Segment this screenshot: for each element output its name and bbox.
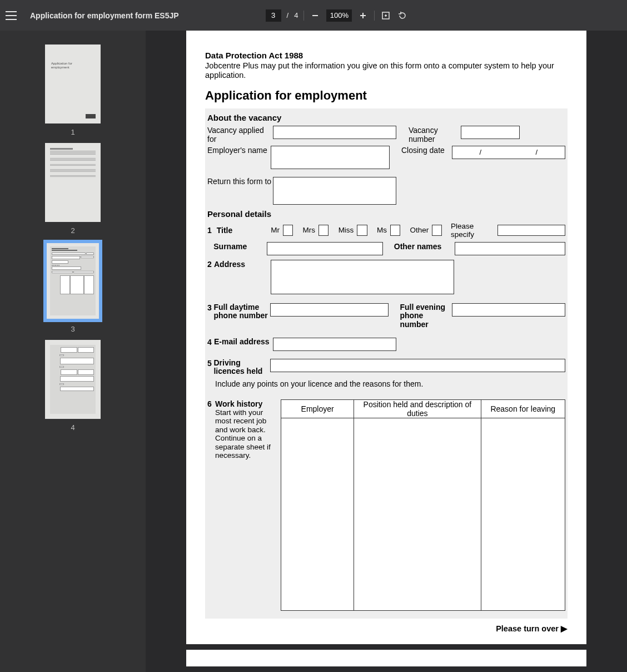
label-mr: Mr (271, 226, 280, 234)
separator (374, 11, 375, 21)
zoom-level[interactable]: 100% (326, 9, 352, 22)
data-protection-body: Jobcentre Plus may put the information y… (205, 61, 568, 81)
form-container: About the vacancy Vacancy applied for Va… (205, 108, 568, 619)
rotate-icon[interactable] (397, 10, 408, 21)
zoom-in-icon[interactable] (357, 10, 369, 21)
section-vacancy: About the vacancy (205, 113, 568, 125)
q3-number: 3 (207, 303, 214, 312)
q6-number: 6 (207, 399, 215, 408)
col-position: Position held and description of duties (354, 399, 481, 418)
field-address[interactable] (271, 260, 454, 294)
cell-reason[interactable] (481, 418, 565, 610)
label-specify: Please specify (451, 222, 494, 239)
field-closing-date[interactable]: // (452, 146, 565, 159)
field-evening-phone[interactable] (452, 303, 565, 317)
field-other-names[interactable] (455, 242, 565, 255)
page-viewport[interactable]: Data Protection Act 1988 Jobcentre Plus … (146, 31, 627, 672)
q1-label: Title (217, 226, 268, 235)
checkbox-miss[interactable] (357, 225, 367, 236)
label-surname: Surname (213, 242, 267, 251)
turn-over-note: Please turn over ▶ (205, 624, 568, 633)
pdf-toolbar: Application for employment form ES5JP / … (0, 0, 627, 31)
driving-licence-note: Include any points on your licence and t… (205, 379, 568, 388)
label-driving-licences: Driving licences held (213, 359, 270, 376)
label-miss: Miss (339, 226, 354, 234)
field-employer-name[interactable] (271, 146, 390, 169)
page-total: 4 (294, 11, 298, 19)
label-vacancy-applied: Vacancy applied for (207, 126, 273, 144)
checkbox-mrs[interactable] (319, 225, 329, 236)
thumbnail-label: 3 (71, 325, 74, 333)
field-vacancy-applied[interactable] (273, 126, 396, 139)
field-driving-licences[interactable] (270, 359, 565, 372)
menu-icon[interactable] (6, 11, 17, 20)
field-surname[interactable] (267, 242, 383, 255)
data-protection-title: Data Protection Act 1988 (205, 51, 568, 60)
work-history-note: Start with your most recent job and work… (215, 408, 278, 460)
work-history-table: Employer Position held and description o… (281, 399, 565, 611)
field-email[interactable] (273, 338, 396, 351)
thumbnail-label: 2 (71, 226, 74, 235)
label-vacancy-number: Vacancy number (409, 126, 461, 144)
thumbnail-page-4[interactable] (45, 340, 101, 419)
pdf-page-3: Data Protection Act 1988 Jobcentre Plus … (186, 31, 586, 644)
page-number-input[interactable] (266, 9, 281, 22)
thumbnail-label: 4 (71, 423, 74, 432)
field-return-to[interactable] (273, 177, 396, 205)
label-mrs: Mrs (303, 226, 316, 234)
checkbox-other[interactable] (432, 225, 442, 236)
label-work-history: Work history (215, 399, 278, 408)
label-return-to: Return this form to (207, 177, 273, 205)
cell-employer[interactable] (281, 418, 354, 610)
section-personal: Personal details (205, 209, 568, 221)
thumbnail-page-2[interactable] (45, 143, 101, 222)
q1-number: 1 (207, 226, 213, 235)
separator (303, 11, 304, 21)
col-employer: Employer (281, 399, 354, 418)
document-title: Application for employment form ES5JP (30, 11, 179, 20)
thumbnail-page-1[interactable]: Application for employment (45, 45, 101, 123)
form-title: Application for employment (205, 88, 568, 103)
q5-number: 5 (207, 359, 213, 368)
label-evening-phone: Full evening phone number (400, 303, 452, 329)
label-closing-date: Closing date (401, 146, 452, 169)
col-reason: Reason for leaving (481, 399, 565, 418)
label-other: Other (410, 226, 429, 234)
label-employer-name: Employer's name (207, 146, 271, 169)
label-daytime-phone: Full daytime phone number (214, 303, 271, 320)
label-email: E-mail address (214, 338, 273, 346)
q2-number: 2 (207, 260, 214, 269)
thumbnail-sidebar[interactable]: Application for employment 1 2 (0, 31, 146, 672)
pdf-page-4-preview (186, 650, 586, 666)
q4-number: 4 (207, 338, 214, 347)
zoom-out-icon[interactable] (310, 10, 321, 21)
label-ms: Ms (377, 226, 387, 234)
checkbox-ms[interactable] (390, 225, 400, 236)
q2-label: Address (214, 260, 271, 269)
cell-position[interactable] (354, 418, 481, 610)
field-daytime-phone[interactable] (270, 303, 389, 317)
field-vacancy-number[interactable] (461, 126, 520, 139)
field-title-specify[interactable] (497, 225, 565, 236)
fit-page-icon[interactable] (380, 10, 391, 21)
label-other-names: Other names (394, 242, 455, 251)
page-sep: / (287, 11, 289, 19)
thumbnail-label: 1 (71, 128, 74, 136)
thumbnail-page-3[interactable] (45, 241, 101, 320)
checkbox-mr[interactable] (283, 225, 293, 236)
